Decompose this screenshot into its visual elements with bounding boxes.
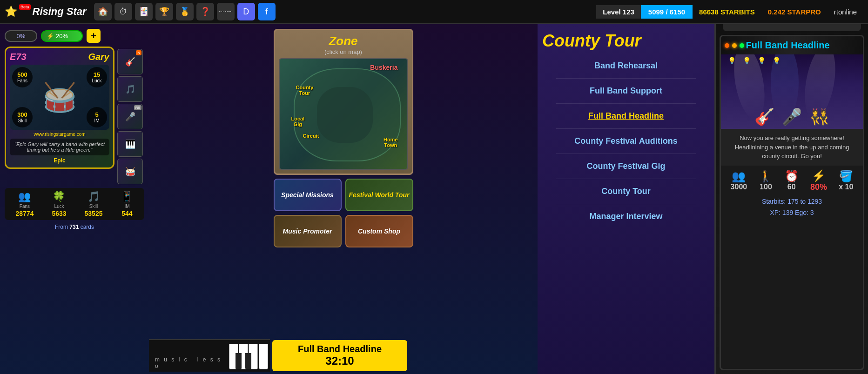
thumb-card-4[interactable]: 🎹 [117, 131, 143, 157]
special-missions-button[interactable]: Special Missions [274, 179, 342, 211]
plus-button[interactable]: + [87, 29, 101, 43]
home-icon[interactable]: 🏠 [94, 3, 112, 20]
mission-divider [556, 103, 696, 104]
fans-value: 28774 [15, 210, 34, 217]
trophy2-icon[interactable]: 🥇 [176, 3, 194, 20]
timer-icon[interactable]: ⏱ [114, 3, 132, 20]
mission-divider [556, 179, 696, 179]
card-website: www.risingstargame.com [10, 132, 109, 137]
starpro-display: 0.242 STARPRO [761, 5, 828, 19]
from-cards: From 731 cards [5, 224, 144, 230]
xp-ego: XP: 139 Ego: 3 [721, 207, 863, 220]
map-hometown-label[interactable]: HomeTown [384, 137, 398, 148]
character-card: E73 Gary 500 Fans 15 Luck 🥁 [5, 47, 114, 169]
amp-light-1 [725, 43, 729, 48]
performer-2: 🎤 [782, 107, 802, 127]
card-drummer-image: 🥁 [42, 81, 77, 114]
center-bottom-bar: m u s i c l e s s o Full Band Headline 3… [149, 337, 538, 374]
card-id: E73 [10, 52, 27, 62]
starbits-range: Starbits: 175 to 1293 [721, 196, 863, 207]
starbits-display: 86638 STARBITS [693, 5, 761, 19]
stat-walk: 🚶 100 [759, 170, 773, 191]
mission-divider [556, 154, 696, 154]
piano-key-black[interactable] [245, 353, 251, 369]
fans-label: Fans [20, 204, 30, 209]
map-buskeria-label[interactable]: Buskeria [370, 64, 397, 71]
mission-county-festival-gig[interactable]: County Festival Gig [547, 156, 705, 177]
total-luck: 🍀 Luck 5633 [52, 191, 66, 217]
mission-description: Now you are really getting somewhere! He… [721, 129, 863, 166]
username-display: rtonline [828, 5, 863, 19]
skill-value: 53525 [85, 210, 103, 217]
map-circuit-label[interactable]: Circuit [303, 133, 319, 139]
trophy-icon[interactable]: 🏆 [155, 3, 173, 20]
music-promoter-button[interactable]: Music Promoter [274, 215, 342, 247]
piano-key-black[interactable] [236, 353, 242, 369]
card-thumb-icon: 🎵 [125, 84, 135, 94]
nav-right-stats: Level 123 5099 / 6150 86638 STARBITS 0.2… [596, 5, 863, 19]
stat-energy: ⚡ 80% [810, 169, 827, 192]
custom-shop-label: Custom Shop [358, 227, 400, 235]
stat-clock: ⏰ 60 [785, 170, 799, 191]
clock-stat-value: 60 [785, 183, 799, 191]
zone-map[interactable]: Buskeria CountyTour LocalGig Circuit Hom… [279, 58, 408, 170]
top-navigation: ⭐ Beta Rising Star 🏠 ⏱ 🃏 🏆 🥇 ❓ 〰〰 D f Le… [0, 0, 868, 24]
total-skill: 🎵 Skill 53525 [85, 191, 103, 217]
mission-panel: County Tour Band Rehearsal Full Band Sup… [538, 24, 714, 374]
card-stat-skill: 300 Skill [12, 107, 33, 127]
mission-timer: 32:10 [282, 354, 398, 367]
main-content: 0% ⚡ 20% + E73 Gary 500 Fans [0, 24, 868, 374]
thumb-card-2[interactable]: 🎵 [117, 76, 143, 102]
mission-band-rehearsal[interactable]: Band Rehearsal [547, 55, 705, 76]
card-header: E73 Gary [10, 52, 109, 62]
thumb-card-1[interactable]: 🎸 N [117, 49, 143, 74]
total-im: 📱 IM 544 [121, 191, 133, 217]
energy-stat-icon: ⚡ [810, 169, 827, 182]
amp-top-bar: Full Band Headline [721, 36, 863, 54]
clock-stat-icon: ⏰ [785, 170, 799, 183]
mission-detail-title: Full Band Headline [744, 40, 831, 51]
performer-3: 👯 [809, 107, 830, 127]
mission-stats: 👥 3000 🚶 100 ⏰ 60 ⚡ 80% 🪣 x 10 [721, 166, 863, 196]
amp-light-2 [732, 43, 737, 48]
zone-frame: Zone (click on map) Buskeria CountyTour … [274, 29, 413, 175]
discord-icon[interactable]: D [237, 3, 255, 20]
fans-stat-value: 3000 [731, 183, 747, 191]
music-lesson-label[interactable]: m u s i c l e s s o [150, 356, 228, 369]
mission-county-tour[interactable]: County Tour [547, 181, 705, 202]
pipe-top [723, 24, 861, 31]
beta-badge: Beta [19, 4, 31, 10]
totals-row: 👥 Fans 28774 🍀 Luck 5633 🎵 Skill 53525 📱… [5, 188, 144, 220]
map-localgig-label[interactable]: LocalGig [291, 116, 305, 127]
skill-label: Skill [89, 204, 98, 209]
thumb-card-3[interactable]: 🎤 R9 [117, 104, 143, 129]
help-icon[interactable]: ❓ [196, 3, 214, 20]
hive-icon[interactable]: 〰〰 [217, 3, 235, 20]
cards-icon[interactable]: 🃏 [135, 3, 153, 20]
stats-bar: 0% ⚡ 20% + [5, 29, 144, 43]
facebook-icon[interactable]: f [258, 3, 276, 20]
mission-full-band-headline[interactable]: Full Band Headline [547, 106, 705, 127]
logo: ⭐ Beta Rising Star [5, 6, 87, 18]
zone-subtitle: (click on map) [279, 48, 408, 55]
custom-shop-button[interactable]: Custom Shop [345, 215, 413, 247]
card-thumb-icon: 🥁 [125, 167, 135, 177]
map-countytour-label[interactable]: CountyTour [296, 85, 314, 96]
stat-fans: 👥 3000 [731, 170, 747, 191]
piano-key-white[interactable] [259, 344, 268, 369]
logo-star: ⭐ [5, 6, 17, 18]
festival-world-tour-button[interactable]: Festival World Tour [345, 179, 413, 211]
mission-manager-interview[interactable]: Manager Interview [547, 206, 705, 227]
energy-lightning-icon: ⚡ [47, 33, 54, 40]
stage-light-fixtures: 💡 💡 💡 💡 [728, 57, 781, 64]
mission-full-band-support[interactable]: Full Band Support [547, 80, 705, 101]
thumb-card-5[interactable]: 🥁 [117, 159, 143, 184]
card-stat-luck: 15 Luck [87, 67, 107, 87]
logo-text: Rising Star [33, 6, 87, 18]
music-promoter-label: Music Promoter [283, 227, 332, 235]
xp-bar: 5099 / 6150 [641, 5, 693, 19]
stage-performers: 🎸 🎤 👯 [754, 107, 830, 129]
left-panel: 0% ⚡ 20% + E73 Gary 500 Fans [0, 24, 149, 374]
mission-divider [556, 204, 696, 204]
mission-county-festival-auditions[interactable]: County Festival Auditions [547, 131, 705, 152]
